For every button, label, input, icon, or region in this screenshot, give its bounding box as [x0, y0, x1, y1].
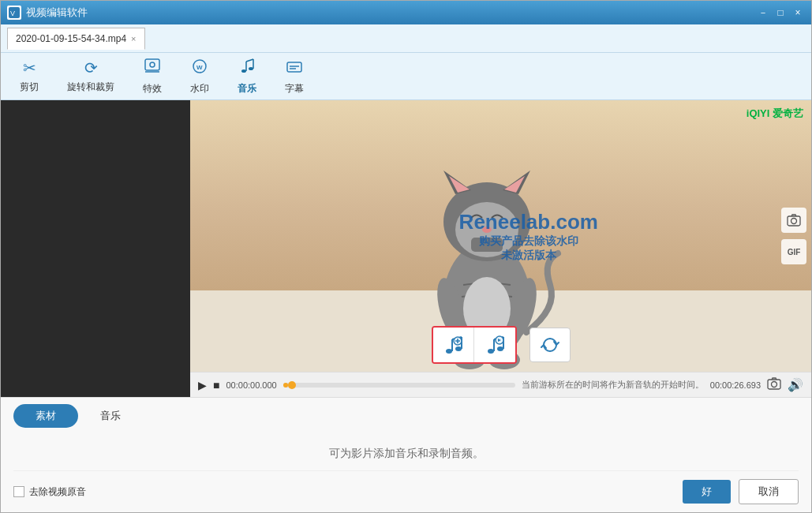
right-tools: GIF	[781, 208, 806, 264]
tab-music[interactable]: 音乐	[78, 404, 143, 428]
center-panel: iQIYI 爱奇艺 Reneelab.com 购买产品去除该水印 未激活版本	[190, 100, 811, 397]
music-overlay	[432, 326, 571, 364]
watermark-sub1: 购买产品去除该水印	[459, 234, 598, 249]
left-panel	[1, 100, 190, 397]
remove-audio-label: 去除视频原音	[29, 485, 86, 499]
svg-text:W: W	[196, 64, 203, 71]
play-button[interactable]: ▶	[198, 379, 207, 391]
video-area: iQIYI 爱奇艺 Reneelab.com 购买产品去除该水印 未激活版本	[190, 100, 811, 372]
svg-line-11	[246, 59, 253, 62]
svg-point-31	[446, 349, 452, 354]
iqiyi-logo: iQIYI 爱奇艺	[747, 107, 803, 121]
watermark-sub2: 未激活版本	[459, 249, 598, 263]
refresh-music-button[interactable]	[529, 328, 571, 362]
toolbar-music-label: 音乐	[238, 82, 256, 95]
toolbar-effects-label: 特效	[143, 82, 162, 95]
time-end: 00:00:26.693	[710, 380, 761, 390]
app-title: 视频编辑软件	[26, 6, 88, 20]
toolbar-watermark[interactable]: W 水印	[184, 54, 215, 99]
remove-audio-option: 去除视频原音	[13, 485, 86, 499]
app-window: V 视频编辑软件 － □ × 2020-01-09-15-54-34.mp4 ×…	[0, 0, 812, 513]
watermark-overlay: Reneelab.com 购买产品去除该水印 未激活版本	[459, 210, 598, 263]
toolbar-rotate[interactable]: ⟳ 旋转和裁剪	[61, 55, 121, 97]
main-area: iQIYI 爱奇艺 Reneelab.com 购买产品去除该水印 未激活版本	[1, 100, 811, 397]
bottom-actions: 去除视频原音 好 取消	[13, 470, 799, 512]
svg-point-46	[772, 381, 777, 387]
progress-bar-fill	[283, 383, 288, 388]
screenshot-button[interactable]	[767, 376, 781, 394]
minimize-button[interactable]: －	[756, 6, 770, 20]
toolbar-subtitle[interactable]: 字幕	[279, 54, 310, 99]
music-icon	[238, 58, 256, 79]
toolbar: ✂ 剪切 ⟳ 旋转和裁剪 特效 W 水印	[1, 53, 811, 100]
time-start: 00:00:00.000	[226, 380, 276, 390]
source-tabs: 素材 音乐	[13, 404, 799, 428]
svg-rect-2	[145, 59, 159, 70]
toolbar-effects[interactable]: 特效	[137, 54, 168, 99]
svg-point-40	[497, 346, 503, 351]
add-music-button[interactable]	[433, 328, 474, 362]
file-tab-close[interactable]: ×	[131, 34, 136, 43]
svg-rect-45	[768, 380, 780, 389]
svg-point-30	[791, 219, 797, 224]
svg-rect-29	[788, 216, 800, 226]
maximize-button[interactable]: □	[773, 6, 788, 20]
effects-icon	[144, 58, 161, 79]
volume-button[interactable]: 🔊	[788, 377, 803, 392]
toolbar-rotate-label: 旋转和裁剪	[67, 81, 114, 94]
svg-text:V: V	[10, 9, 15, 17]
file-tab-name: 2020-01-09-15-54-34.mp4	[16, 33, 126, 44]
cancel-button[interactable]: 取消	[739, 479, 799, 504]
svg-point-8	[249, 67, 253, 70]
svg-point-3	[150, 62, 155, 67]
watermark-text: Reneelab.com	[459, 210, 598, 234]
music-hint-text: 当前游标所在的时间将作为新音轨的开始时间。	[522, 379, 704, 391]
title-bar-left: V 视频编辑软件	[7, 6, 88, 20]
title-bar-controls: － □ ×	[756, 6, 805, 20]
watermark-icon: W	[191, 58, 208, 79]
add-music-description: 可为影片添加音乐和录制音频。	[13, 434, 799, 470]
app-icon: V	[7, 6, 21, 20]
controls-bar: ▶ ■ 00:00:00.000 当前游标所在的时间将作为新音轨的开始时间。 0…	[190, 372, 811, 397]
cut-icon: ✂	[23, 58, 36, 77]
progress-bar[interactable]	[283, 383, 515, 388]
music-btn-group	[432, 326, 517, 364]
stop-button[interactable]: ■	[213, 379, 219, 391]
close-button[interactable]: ×	[791, 6, 805, 20]
tab-bar: 2020-01-09-15-54-34.mp4 ×	[1, 24, 811, 53]
remove-audio-checkbox[interactable]	[13, 486, 24, 497]
ok-button[interactable]: 好	[683, 480, 731, 504]
bottom-panel: 素材 音乐 可为影片添加音乐和录制音频。 去除视频原音 好 取消	[1, 397, 811, 512]
svg-point-39	[488, 349, 494, 354]
rotate-icon: ⟳	[84, 58, 98, 77]
gif-label: GIF	[788, 248, 801, 256]
title-bar: V 视频编辑软件 － □ ×	[1, 1, 811, 24]
svg-rect-12	[287, 62, 301, 72]
record-audio-button[interactable]	[474, 328, 515, 362]
gif-tool-button[interactable]: GIF	[781, 239, 806, 264]
file-tab[interactable]: 2020-01-09-15-54-34.mp4 ×	[7, 28, 145, 50]
toolbar-music[interactable]: 音乐	[231, 54, 263, 99]
tab-source[interactable]: 素材	[13, 404, 78, 428]
toolbar-subtitle-label: 字幕	[285, 82, 304, 95]
progress-knob[interactable]	[288, 381, 296, 389]
toolbar-cut-label: 剪切	[20, 81, 39, 94]
toolbar-watermark-label: 水印	[190, 82, 209, 95]
svg-point-7	[241, 69, 246, 73]
camera-tool-button[interactable]	[781, 208, 806, 233]
subtitle-icon	[286, 58, 303, 79]
svg-point-32	[455, 346, 462, 351]
toolbar-cut[interactable]: ✂ 剪切	[13, 55, 45, 97]
